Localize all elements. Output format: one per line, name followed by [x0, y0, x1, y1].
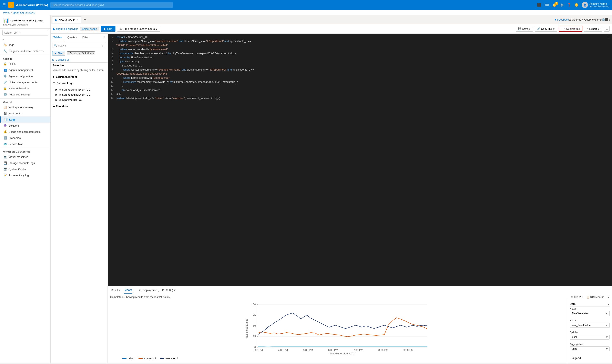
hamburger-icon[interactable]: ☰ — [2, 3, 6, 7]
avatar: 👤 — [582, 2, 588, 8]
sidebar-item-workspace-summary[interactable]: 📋 Workspace summary — [0, 104, 50, 110]
tab-queries[interactable]: Queries — [65, 34, 80, 41]
add-tab-button[interactable]: + — [82, 17, 88, 23]
search-icon: 🔍 — [54, 44, 57, 47]
expand-results-button[interactable]: ∨ — [608, 296, 610, 299]
cloudshell-icon[interactable]: ⌨ — [545, 3, 549, 7]
log-management-header[interactable]: ▶ LogManagement — [51, 74, 107, 80]
sidebar-item-solutions[interactable]: 🔮 Solutions — [0, 123, 50, 129]
select-scope-button[interactable]: Select scope — [80, 27, 99, 31]
sidebar-item-usage-costs[interactable]: 💰 Usage and estimated costs — [0, 129, 50, 135]
run-icon: ▶ — [104, 27, 106, 30]
y-axis-select[interactable]: max_ResultValue — [570, 323, 610, 328]
favorites-description: You can add favorites by clicking on the… — [51, 68, 107, 74]
layout-button[interactable]: ⬛ — [605, 18, 608, 21]
sidebar-item-label: Azure Activity log — [9, 174, 29, 177]
sidebar-item-label: Service Map — [9, 143, 23, 146]
aggregation-select[interactable]: Sum — [570, 347, 610, 351]
legend-title[interactable]: › Legend — [570, 356, 610, 360]
table-item-sparklogging[interactable]: ▶ ⊞ SparkLoggingEvent_CL — [51, 92, 107, 97]
group-by-button[interactable]: ≡ Group by: Solution ∨ — [67, 52, 95, 55]
tables-search-wrap: 🔍 ⋮ — [52, 43, 106, 48]
help-icon[interactable]: ❓ — [567, 3, 571, 7]
content-area: ▶ New Query 1* ✕ + ♥ Feedback ⊞ Queries … — [51, 15, 612, 364]
results-status-right: ⏱ 00:02.1 📋 319 records ∨ — [571, 296, 610, 299]
storage-logs-icon: 💾 — [3, 161, 7, 165]
sidebar-item-storage-logs[interactable]: 💾 Storage accounts logs — [0, 160, 50, 166]
settings-icon[interactable]: ⚙️ — [560, 3, 564, 7]
diagnose-icon: 🔧 — [3, 49, 7, 52]
split-by-select[interactable]: label — [570, 335, 610, 339]
save-button[interactable]: 💾 Save ∨ — [516, 26, 533, 32]
display-time-button[interactable]: ⏱ Display time (UTC+00:00) ∨ — [139, 288, 176, 292]
legend-executor1: executor 1 — [138, 357, 156, 360]
results-tab-results[interactable]: Results — [110, 286, 120, 294]
settings-button[interactable]: ⚙️ — [602, 18, 605, 21]
run-button[interactable]: ▶ Run — [101, 26, 116, 32]
portal-icon[interactable]: ⬛ — [537, 3, 541, 7]
breadcrumb-home[interactable]: Home — [3, 11, 10, 14]
export-dropdown-icon: ∨ — [598, 27, 600, 30]
breadcrumb-resource[interactable]: spark-log-analytics — [13, 11, 35, 14]
sidebar-item-locks[interactable]: 🔒 Locks — [0, 61, 50, 67]
sidebar-item-tags[interactable]: 🏷️ Tags — [0, 42, 50, 48]
sidebar-item-linked-storage[interactable]: 🔗 Linked storage accounts — [0, 79, 50, 85]
feedback-button[interactable]: ♥ Feedback — [555, 18, 569, 21]
sidebar-item-system-center[interactable]: 🖥️ System Center — [0, 166, 50, 172]
sidebar-item-agents-mgmt[interactable]: 👥 Agents management — [0, 67, 50, 73]
collapse-all-button[interactable]: ⊟ Collapse all — [51, 57, 107, 63]
topbar-search-input[interactable] — [50, 2, 173, 8]
new-alert-rule-button[interactable]: + New alert rule — [559, 26, 582, 32]
tab-close-icon[interactable]: ✕ — [77, 19, 78, 21]
editor-collapse-button[interactable]: ⟨⟨ — [608, 35, 610, 38]
sidebar-item-virtual-machines[interactable]: 💻 Virtual machines — [0, 154, 50, 160]
tables-search-input[interactable] — [58, 44, 101, 47]
svg-text:50: 50 — [253, 324, 256, 327]
account-menu[interactable]: 👤 Account Name Azure Active Directory — [582, 2, 610, 8]
editor-line-9: 9 | where name_s endswith "jvm.total.max… — [108, 76, 612, 80]
query-editor[interactable]: 1 let Data = SparkMetrics_CL 2 | where w… — [108, 34, 612, 286]
sidebar-item-network[interactable]: 🔒 Network Isolation — [0, 85, 50, 91]
time-range-button[interactable]: ⏱ Time range : Last 24 hours ∨ — [117, 26, 160, 32]
sidebar-item-activity-log[interactable]: 📝 Azure Activity log — [0, 172, 50, 178]
sidebar-item-workbooks[interactable]: 📓 Workbooks — [0, 110, 50, 117]
svg-text:9:00 PM: 9:00 PM — [403, 349, 413, 351]
sidebar-item-agents-config[interactable]: ⚙️ Agents configuration — [0, 73, 50, 79]
page-subtitle: Log Analytics workspace — [3, 24, 47, 26]
sidebar-item-properties[interactable]: ℹ️ Properties — [0, 135, 50, 141]
general-section-title: General — [0, 98, 50, 104]
more-button[interactable]: ... — [604, 26, 610, 32]
results-tab-chart[interactable]: Chart — [124, 286, 133, 294]
x-axis-select[interactable]: TimeGenerated — [570, 311, 610, 316]
tab-filter[interactable]: Filter — [80, 34, 91, 41]
custom-logs-header[interactable]: ▼ Custom Logs — [51, 80, 107, 86]
feedback-icon[interactable]: 😊 — [574, 3, 579, 7]
data-section-header[interactable]: Data » — [570, 302, 610, 307]
functions-header[interactable]: ▶ Functions — [51, 103, 107, 109]
export-button[interactable]: ↗ Export ∨ — [584, 26, 602, 32]
account-sub: Azure Active Directory — [590, 5, 610, 8]
table-icon: ⊞ — [59, 88, 61, 91]
table-item-sparkmetrics[interactable]: ▶ ⊞ SparkMetrics_CL — [51, 97, 107, 102]
service-map-icon: 🗺️ — [3, 142, 7, 146]
queries-button[interactable]: ⊞ Queries — [569, 18, 581, 21]
filter-button[interactable]: ▼ Filter — [52, 51, 65, 55]
copy-link-button[interactable]: 🔗 Copy link ∨ — [535, 26, 557, 32]
sidebar-item-service-map[interactable]: 🗺️ Service Map — [0, 141, 50, 147]
alert-icon: + — [561, 27, 563, 30]
sidebar-search-input[interactable] — [2, 30, 48, 36]
sidebar-toggle[interactable]: « — [0, 37, 50, 42]
query-explorer-button[interactable]: ↗ Query explorer — [581, 18, 602, 21]
table-item-sparklistener[interactable]: ▶ ⊞ SparkListenerEvent_CL — [51, 87, 107, 92]
sidebar-item-diagnose[interactable]: 🔧 Diagnose and solve problems — [0, 48, 50, 54]
sidebar-item-advanced-settings[interactable]: ⚙️ Advanced settings — [0, 91, 50, 97]
tab-tables[interactable]: Tables — [51, 34, 65, 41]
more-options-button[interactable]: ∨ — [608, 18, 610, 21]
query-tab-1[interactable]: ▶ New Query 1* ✕ — [52, 16, 81, 23]
sidebar-item-label: Network Isolation — [9, 87, 29, 90]
clock-icon: ⏱ — [120, 27, 122, 30]
notification-icon[interactable]: 🔔 7 — [552, 3, 557, 7]
search-more-icon[interactable]: ⋮ — [101, 44, 104, 47]
sidebar-item-logs[interactable]: 📊 Logs — [0, 117, 50, 123]
panel-collapse-button[interactable]: « — [102, 34, 107, 41]
